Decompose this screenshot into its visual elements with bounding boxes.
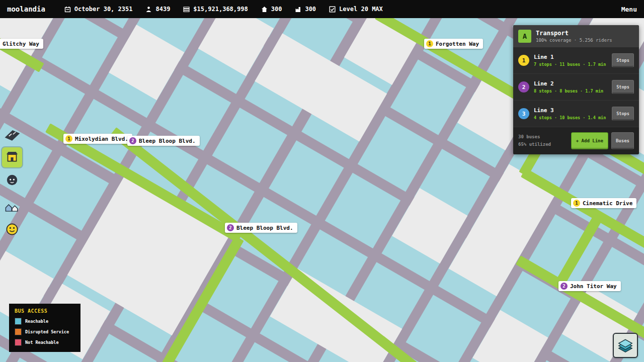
line-number-badge: 2 bbox=[560, 283, 568, 290]
street-label: 2 Bleep Bloop Blvd. bbox=[225, 223, 297, 233]
city-block bbox=[472, 310, 548, 362]
street-label: 1 Cinematic Drive bbox=[571, 198, 636, 208]
line-number-badge: 3 bbox=[518, 108, 529, 119]
legend-item: Not Reachable bbox=[15, 339, 75, 346]
population-value: 8439 bbox=[155, 6, 170, 13]
citizen-icon bbox=[4, 171, 21, 189]
transport-panel-footer: 30 buses 65% utilized + Add Line Buses bbox=[513, 127, 639, 154]
menu-button[interactable]: Menu bbox=[621, 6, 637, 13]
transport-line-row[interactable]: 1 Line 1 7 stops · 11 buses · 1.7 min St… bbox=[513, 47, 639, 73]
roads-tool-button[interactable] bbox=[2, 125, 22, 145]
line-info: Line 3 4 stops · 10 buses · 1.4 min bbox=[534, 107, 606, 120]
transport-subtitle: 100% coverage · 5.256 riders bbox=[536, 38, 612, 43]
app-logo: moolandia bbox=[7, 5, 45, 13]
street-label: 1 Forgotten Way bbox=[424, 39, 483, 49]
city-block bbox=[392, 188, 467, 263]
street-name: Cinematic Drive bbox=[583, 200, 632, 207]
not-reachable-swatch bbox=[15, 339, 22, 346]
roads-icon bbox=[3, 126, 21, 144]
buildings-tool-button[interactable] bbox=[2, 197, 22, 217]
city-block bbox=[109, 25, 184, 100]
street-label: 2 John Titor Way bbox=[558, 281, 621, 291]
houses-icon bbox=[261, 6, 268, 13]
fleet-stats: 30 buses 65% utilized bbox=[518, 133, 551, 149]
houses-stat: 300 bbox=[261, 6, 282, 13]
population-stat: 8439 bbox=[145, 6, 170, 13]
disrupted-swatch bbox=[15, 328, 22, 335]
date-value: October 30, 2351 bbox=[74, 6, 133, 13]
level-value: Level 20 MAX bbox=[339, 6, 383, 13]
transport-line-row[interactable]: 3 Line 3 4 stops · 10 buses · 1.4 min St… bbox=[513, 100, 639, 127]
legend-item: Reachable bbox=[15, 318, 75, 325]
fleet-utilization: 65% utilized bbox=[518, 141, 551, 148]
street-label: 1 Mixolydian Blvd. bbox=[63, 134, 132, 144]
legend-item: Disrupted Service bbox=[15, 328, 75, 335]
line-number-badge: 1 bbox=[426, 40, 433, 47]
line-number-badge: 2 bbox=[129, 137, 136, 144]
transport-panel: A Transport 100% coverage · 5.256 riders… bbox=[513, 25, 639, 154]
transport-depot-icon bbox=[4, 149, 21, 166]
money-value: $15,921,368,998 bbox=[193, 6, 248, 13]
street-name: Bleep Bloop Blvd. bbox=[139, 138, 196, 144]
street-label: Glitchy Way bbox=[0, 39, 43, 49]
transport-badge: A bbox=[518, 30, 531, 43]
fleet-buses-count: 30 buses bbox=[518, 133, 551, 141]
happiness-tool-button[interactable] bbox=[2, 219, 22, 239]
population-icon bbox=[145, 6, 152, 13]
stops-button[interactable]: Stops bbox=[612, 53, 634, 67]
tool-sidebar bbox=[2, 125, 22, 239]
legend-title: BUS ACCESS bbox=[15, 308, 75, 314]
houses-pair-icon bbox=[3, 198, 21, 216]
legend-label: Disrupted Service bbox=[25, 329, 69, 334]
street-name: Bleep Bloop Blvd. bbox=[236, 225, 293, 231]
add-line-button[interactable]: + Add Line bbox=[571, 132, 608, 149]
bus-access-legend: BUS ACCESS Reachable Disrupted Service N… bbox=[9, 304, 80, 352]
transport-title: Transport bbox=[536, 30, 612, 37]
line-number-badge: 1 bbox=[573, 200, 580, 207]
transport-tool-button[interactable] bbox=[2, 147, 22, 167]
line-number-badge: 2 bbox=[227, 224, 234, 231]
houses-value: 300 bbox=[271, 6, 282, 13]
money-icon bbox=[183, 6, 190, 13]
calendar-icon bbox=[64, 6, 71, 13]
stops-button[interactable]: Stops bbox=[612, 107, 634, 121]
street-name: Mixolydian Blvd. bbox=[75, 136, 128, 142]
line-info: Line 2 8 stops · 8 buses · 1.7 min bbox=[534, 80, 603, 94]
line-name: Line 3 bbox=[534, 107, 606, 114]
citizens-tool-button[interactable] bbox=[2, 170, 22, 190]
workplaces-stat: 300 bbox=[295, 6, 316, 13]
stops-button[interactable]: Stops bbox=[612, 80, 634, 94]
line-name: Line 1 bbox=[534, 54, 606, 60]
line-number-badge: 1 bbox=[65, 135, 72, 142]
map-layers-button[interactable] bbox=[613, 333, 638, 358]
transport-header-text: Transport 100% coverage · 5.256 riders bbox=[536, 30, 612, 43]
workplaces-icon bbox=[295, 6, 301, 13]
level-stat: Level 20 MAX bbox=[329, 6, 383, 13]
street-name: Forgotten Way bbox=[436, 41, 479, 47]
workplaces-value: 300 bbox=[305, 6, 316, 13]
street-label: 2 Bleep Bloop Blvd. bbox=[127, 136, 200, 146]
legend-label: Reachable bbox=[25, 319, 48, 324]
line-number-badge: 2 bbox=[518, 81, 529, 93]
street-name: John Titor Way bbox=[570, 283, 617, 290]
reachable-swatch bbox=[15, 318, 22, 325]
street-name: Glitchy Way bbox=[3, 41, 39, 47]
line-name: Line 2 bbox=[534, 80, 603, 87]
top-bar: moolandia October 30, 2351 8439 $15,921,… bbox=[0, 0, 644, 18]
layers-icon bbox=[615, 335, 635, 355]
date-stat: October 30, 2351 bbox=[64, 6, 133, 13]
legend-label: Not Reachable bbox=[25, 340, 59, 345]
line-details: 4 stops · 10 buses · 1.4 min bbox=[534, 115, 606, 120]
happiness-smiley-icon bbox=[4, 221, 21, 238]
transport-line-row[interactable]: 2 Line 2 8 stops · 8 buses · 1.7 min Sto… bbox=[513, 73, 639, 100]
line-info: Line 1 7 stops · 11 buses · 1.7 min bbox=[534, 54, 606, 67]
line-details: 7 stops · 11 buses · 1.7 min bbox=[534, 62, 606, 67]
buses-button[interactable]: Buses bbox=[611, 132, 634, 149]
money-stat: $15,921,368,998 bbox=[183, 6, 248, 13]
line-details: 8 stops · 8 buses · 1.7 min bbox=[534, 88, 603, 94]
line-number-badge: 1 bbox=[518, 55, 529, 66]
transport-panel-header: A Transport 100% coverage · 5.256 riders bbox=[513, 25, 639, 47]
level-check-icon bbox=[329, 6, 336, 13]
